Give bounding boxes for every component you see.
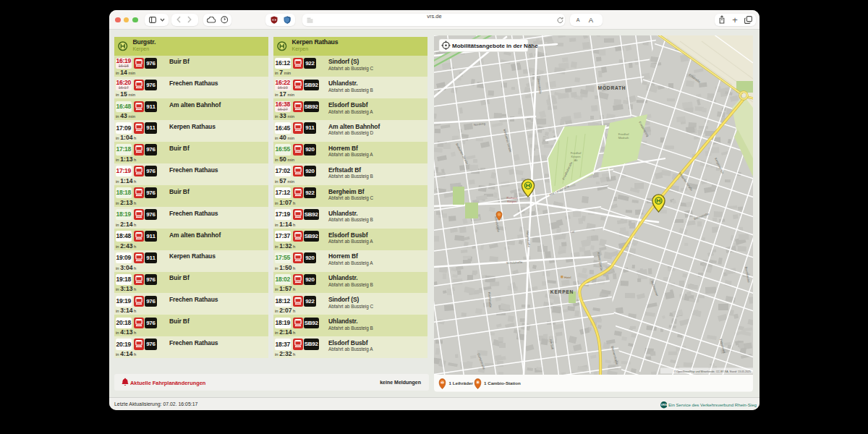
svg-text:KERPEN: KERPEN bbox=[550, 289, 574, 294]
svg-text:MÖDRATH: MÖDRATH bbox=[598, 85, 626, 90]
svg-text:Mobilitätsangebote in der Nähe: Mobilitätsangebote in der Nähe bbox=[452, 43, 538, 49]
svg-text:Hotel: Hotel bbox=[564, 276, 571, 279]
svg-text:VRS: VRS bbox=[660, 404, 667, 407]
svg-text:1 Cambio-Station: 1 Cambio-Station bbox=[484, 380, 521, 386]
svg-text:1 Leihräder: 1 Leihräder bbox=[449, 380, 474, 386]
svg-text:© OpenStreetMap und Mitwirkend: © OpenStreetMap und Mitwirkende, CC-BY-S… bbox=[674, 370, 751, 373]
svg-text:Mödrath: Mödrath bbox=[618, 136, 629, 140]
svg-text:Lidl: Lidl bbox=[570, 230, 574, 234]
svg-text:Kerpen: Kerpen bbox=[508, 200, 517, 203]
